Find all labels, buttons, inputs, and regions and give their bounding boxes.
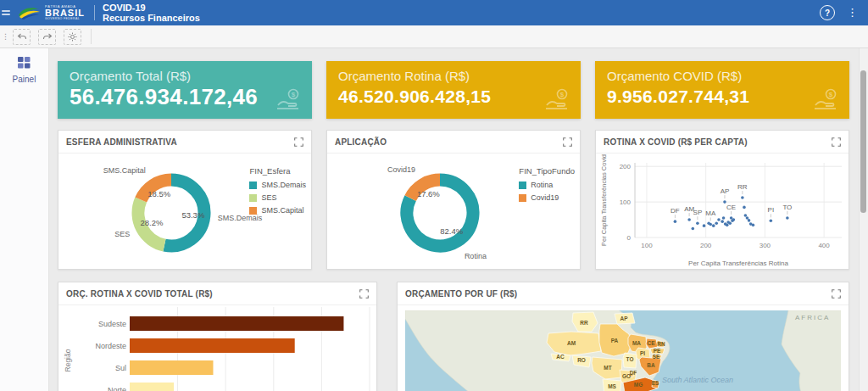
svg-text:53.3%: 53.3% (181, 210, 204, 220)
svg-text:$: $ (560, 91, 565, 98)
svg-text:CE: CE (726, 204, 736, 211)
card-title: APLICAÇÃO (335, 137, 387, 147)
svg-text:Rotina: Rotina (465, 252, 487, 260)
esfera-legend: FIN_EsferaSMS.DemaisSESSMS.Capital (249, 166, 306, 219)
gear-icon (68, 32, 77, 42)
card-esfera-administrativa: ESFERA ADMINISTRATIVA 53.3%SMS.Demais28.… (58, 130, 312, 270)
legend-item[interactable]: Covid19 (519, 193, 575, 202)
svg-text:AM: AM (567, 340, 576, 346)
kpi-value: 56.476.934.172,46 (70, 84, 300, 110)
svg-text:Covid19: Covid19 (387, 165, 415, 174)
svg-text:South Atlantic Ocean: South Atlantic Ocean (662, 376, 733, 384)
svg-text:$: $ (292, 91, 296, 98)
legend-item[interactable]: Rotina (519, 181, 575, 189)
scrollbar-thumb[interactable] (860, 70, 866, 213)
svg-text:RN: RN (657, 341, 665, 347)
expand-icon[interactable] (832, 137, 841, 147)
expand-icon[interactable] (359, 289, 369, 299)
svg-text:RR: RR (580, 320, 588, 326)
aplicacao-legend: FIN_TipoFundoRotinaCovid19 (519, 166, 575, 206)
kpi-orcamento-total[interactable]: Orçamento Total (R$) 56.476.934.172,46 $ (58, 61, 312, 119)
svg-text:SE: SE (653, 354, 660, 360)
svg-text:PI: PI (768, 206, 775, 214)
card-title: ORÇ. ROTINA X COVID TOTAL (R$) (66, 289, 213, 299)
sidebar-item-painel[interactable]: Painel (0, 57, 48, 84)
svg-text:MS: MS (608, 383, 616, 389)
svg-text:400: 400 (818, 242, 830, 249)
app-title: COVID-19 Recursos Financeiros (103, 3, 200, 23)
kebab-menu-icon[interactable]: ⋮ (847, 6, 858, 20)
svg-text:100: 100 (620, 198, 632, 206)
card-title: ORÇAMENTO POR UF (R$) (405, 289, 517, 299)
esfera-donut-chart[interactable]: 53.3%SMS.Demais28.2%SES18.5%SMS.CapitalF… (58, 153, 311, 269)
kpi-orcamento-covid[interactable]: Orçamento COVID (R$) 9.956.027.744,31 $ (595, 61, 849, 119)
svg-text:DF: DF (630, 370, 637, 376)
svg-text:PE: PE (654, 348, 661, 354)
sidebar-item-label: Painel (0, 75, 48, 84)
svg-text:AP: AP (620, 316, 628, 321)
svg-text:Per Capita Transferências Roti: Per Capita Transferências Rotina (688, 260, 788, 267)
toolbar-separator (91, 29, 92, 44)
expand-icon[interactable] (832, 289, 841, 299)
undo-arrow-icon (17, 32, 27, 41)
kpi-value: 9.956.027.744,31 (607, 87, 837, 107)
hand-money-icon: $ (814, 88, 839, 110)
legend-item[interactable]: SMS.Demais (249, 181, 306, 189)
svg-text:200: 200 (620, 163, 632, 170)
svg-text:TO: TO (626, 356, 634, 362)
svg-text:Per Capita Transferências Covi: Per Capita Transferências Covid (600, 154, 608, 246)
kpi-value: 46.520.906.428,15 (338, 87, 569, 107)
svg-text:Nordeste: Nordeste (95, 342, 126, 350)
dashboard-icon (18, 57, 31, 69)
expand-icon[interactable] (294, 137, 303, 147)
svg-text:AC: AC (556, 354, 565, 360)
svg-text:ES: ES (652, 380, 659, 386)
card-orc-rotina-x-covid-total: ORÇ. ROTINA X COVID TOTAL (R$) SudesteNo… (58, 282, 377, 391)
svg-text:AFRICA: AFRICA (795, 314, 830, 321)
svg-text:MT: MT (604, 365, 611, 371)
brand-top-text: PÁTRIA AMADA (45, 5, 85, 8)
region-bar-chart[interactable]: SudesteNordesteSulNorteRegiãoUF (58, 304, 376, 391)
flag-swoosh-icon (17, 5, 41, 21)
expand-icon[interactable] (563, 137, 572, 147)
aplicacao-donut-chart[interactable]: 82.4%Rotina17.6%Covid19FIN_TipoFundoRoti… (327, 153, 580, 269)
svg-text:MG: MG (634, 382, 643, 388)
svg-text:PI: PI (640, 350, 645, 356)
svg-text:$: $ (829, 91, 833, 98)
svg-text:82.4%: 82.4% (440, 226, 463, 236)
svg-text:BA: BA (647, 362, 655, 368)
app-title-line2: Recursos Financeiros (103, 13, 200, 23)
help-icon[interactable]: ? (820, 5, 835, 20)
header-divider (94, 5, 95, 20)
card-rotina-x-covid: ROTINA X COVID (R$ PER CAPTA) 0100200100… (595, 130, 849, 270)
svg-text:100: 100 (641, 242, 653, 249)
card-title: ROTINA X COVID (R$ PER CAPTA) (604, 137, 748, 147)
brasil-logo: PÁTRIA AMADA BRASIL GOVERNO FEDERAL (17, 5, 85, 21)
settings-button[interactable] (64, 29, 81, 45)
svg-text:Sul: Sul (115, 364, 126, 372)
bars-svg: SudesteNordesteSulNorteRegiãoUF (58, 304, 376, 391)
selections-toolbar: ⋮ (0, 25, 868, 48)
brand-sub-text: GOVERNO FEDERAL (45, 18, 85, 21)
legend-item[interactable]: SES (249, 193, 306, 202)
kpi-orcamento-rotina[interactable]: Orçamento Rotina (R$) 46.520.906.428,15 … (326, 61, 581, 119)
card-orcamento-por-uf: ORÇAMENTO POR UF (R$) RRAPAMPAMACERNPESE… (397, 282, 849, 391)
card-title: ESFERA ADMINISTRATIVA (66, 137, 177, 147)
svg-text:SES: SES (114, 230, 130, 238)
app-window: PÁTRIA AMADA BRASIL GOVERNO FEDERAL COVI… (0, 0, 868, 391)
svg-text:PA: PA (611, 338, 619, 344)
scatter-chart[interactable]: 0100200100200300400DFAMSPMAAPCERRPITOPer… (596, 153, 849, 269)
kpi-title: Orçamento Total (R$) (70, 69, 300, 83)
page-scrollbar[interactable] (859, 48, 868, 391)
svg-text:200: 200 (700, 242, 712, 249)
undo-button[interactable] (13, 29, 31, 45)
svg-text:0: 0 (627, 234, 632, 242)
svg-text:Região: Região (64, 349, 72, 371)
redo-button[interactable] (38, 29, 56, 45)
brazil-choropleth-map[interactable]: RRAPAMPAMACERNPESEPIBATOACROMTGODFMGESMS… (405, 310, 841, 391)
svg-text:SMS.Capital: SMS.Capital (103, 166, 146, 175)
svg-text:RR: RR (737, 183, 748, 191)
svg-text:Sudeste: Sudeste (98, 320, 126, 328)
svg-text:RO: RO (577, 357, 586, 363)
legend-item[interactable]: SMS.Capital (249, 206, 306, 215)
